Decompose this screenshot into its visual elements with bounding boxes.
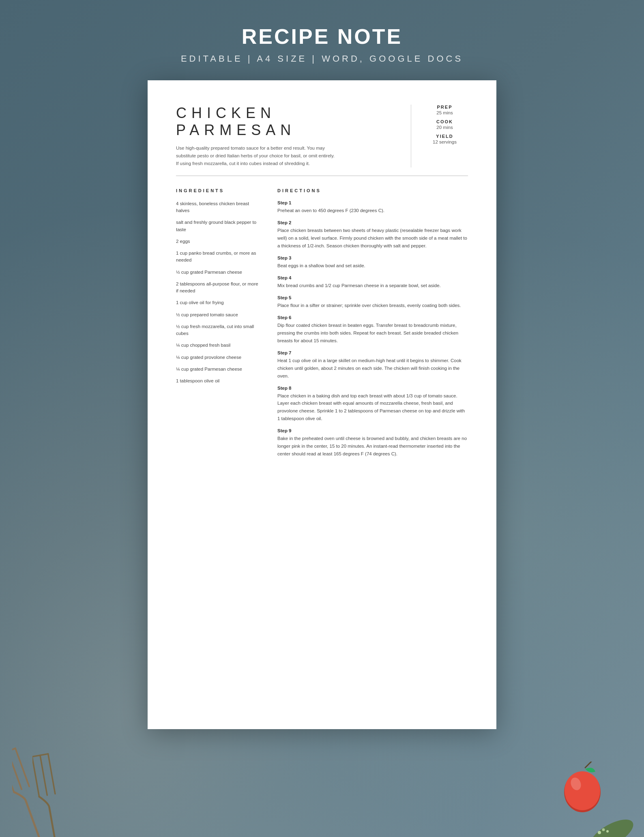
directions-column: DIRECTIONS Step 1 Preheat an oven to 450… (277, 188, 468, 464)
recipe-header: CHICKEN PARMESAN Use high-quality prepar… (176, 105, 468, 167)
page-subtitle: EDITABLE | A4 SIZE | WORD, GOOGLE DOCS (8, 54, 636, 64)
step-label: Step 2 (277, 220, 468, 225)
table-row: Step 9 Bake in the preheated oven until … (277, 428, 468, 458)
table-row: Step 5 Place flour in a sifter or strain… (277, 295, 468, 309)
svg-line-2 (15, 748, 29, 786)
list-item: 4 skinless, boneless chicken breast halv… (176, 200, 261, 215)
svg-point-23 (606, 830, 609, 833)
step-text: Bake in the preheated oven until cheese … (277, 435, 468, 458)
bottom-decoration (0, 729, 644, 837)
prep-value: 25 mins (421, 110, 468, 115)
list-item: 1 cup olive oil for frying (176, 299, 261, 306)
svg-point-22 (602, 828, 605, 831)
step-label: Step 8 (277, 386, 468, 391)
step-text: Place chicken in a baking dish and top e… (277, 392, 468, 423)
directions-heading: DIRECTIONS (277, 188, 468, 193)
page-title: RECIPE NOTE (8, 24, 636, 49)
step-text: Dip flour coated chicken breast in beate… (277, 322, 468, 345)
meta-yield: YIELD 12 servings (421, 134, 468, 144)
step-label: Step 6 (277, 315, 468, 320)
step-text: Mix bread crumbs and 1/2 cup Parmesan ch… (277, 282, 468, 290)
step-text: Heat 1 cup olive oil in a large skillet … (277, 357, 468, 380)
table-row: Step 8 Place chicken in a baking dish an… (277, 386, 468, 423)
meta-prep: PREP 25 mins (421, 105, 468, 115)
step-label: Step 3 (277, 255, 468, 260)
list-item: ¼ cup grated Parmesan cheese (176, 366, 261, 373)
table-row: Step 6 Dip flour coated chicken breast i… (277, 315, 468, 345)
step-text: Place chicken breasts between two sheets… (277, 227, 468, 250)
svg-line-1 (12, 751, 21, 789)
step-label: Step 9 (277, 428, 468, 433)
list-item: 2 eggs (176, 238, 261, 245)
ingredients-column: INGREDIENTS 4 skinless, boneless chicken… (176, 188, 261, 390)
yield-value: 12 servings (421, 140, 468, 144)
divider (176, 176, 468, 176)
apple-icon (559, 762, 608, 818)
table-row: Step 2 Place chicken breasts between two… (277, 220, 468, 250)
step-text: Preheat an oven to 450 degrees F (230 de… (277, 207, 468, 215)
svg-point-9 (565, 771, 600, 810)
step-label: Step 5 (277, 295, 468, 300)
step-text: Place flour in a sifter or strainer; spr… (277, 302, 468, 309)
list-item: ½ cup fresh mozzarella, cut into small c… (176, 323, 261, 337)
list-item: 1 cup panko bread crumbs, or more as nee… (176, 250, 261, 264)
recipe-description: Use high-quality prepared tomato sauce f… (176, 144, 338, 167)
list-item: 1 tablespoon olive oil (176, 378, 261, 384)
content-columns: INGREDIENTS 4 skinless, boneless chicken… (176, 188, 468, 464)
svg-line-0 (12, 754, 14, 792)
recipe-title-block: CHICKEN PARMESAN Use high-quality prepar… (176, 105, 411, 167)
yield-label: YIELD (421, 134, 468, 139)
svg-point-21 (598, 831, 601, 834)
list-item: salt and freshly ground black pepper to … (176, 219, 261, 233)
prep-label: PREP (421, 105, 468, 109)
step-label: Step 4 (277, 275, 468, 280)
step-text: Beat eggs in a shallow bowl and set asid… (277, 262, 468, 270)
recipe-card: CHICKEN PARMESAN Use high-quality prepar… (148, 80, 496, 729)
svg-line-3 (12, 748, 15, 754)
list-item: ¼ cup chopped fresh basil (176, 342, 261, 349)
cook-label: COOK (421, 119, 468, 124)
meta-cook: COOK 20 mins (421, 119, 468, 130)
table-row: Step 3 Beat eggs in a shallow bowl and s… (277, 255, 468, 270)
table-row: Step 1 Preheat an oven to 450 degrees F … (277, 200, 468, 215)
table-row: Step 7 Heat 1 cup olive oil in a large s… (277, 350, 468, 380)
header-section: RECIPE NOTE EDITABLE | A4 SIZE | WORD, G… (0, 0, 644, 80)
list-item: 2 tablespoons all-purpose flour, or more… (176, 281, 261, 295)
cook-value: 20 mins (421, 125, 468, 130)
ingredients-heading: INGREDIENTS (176, 188, 261, 193)
list-item: ¼ cup grated provolone cheese (176, 354, 261, 361)
list-item: ½ cup grated Parmesan cheese (176, 269, 261, 276)
step-label: Step 7 (277, 350, 468, 355)
recipe-meta: PREP 25 mins COOK 20 mins YIELD 12 servi… (411, 105, 468, 144)
list-item: ½ cup prepared tomato sauce (176, 311, 261, 318)
recipe-title: CHICKEN PARMESAN (176, 105, 399, 139)
step-label: Step 1 (277, 200, 468, 205)
fork-icon (12, 737, 61, 837)
table-row: Step 4 Mix bread crumbs and 1/2 cup Parm… (277, 275, 468, 290)
